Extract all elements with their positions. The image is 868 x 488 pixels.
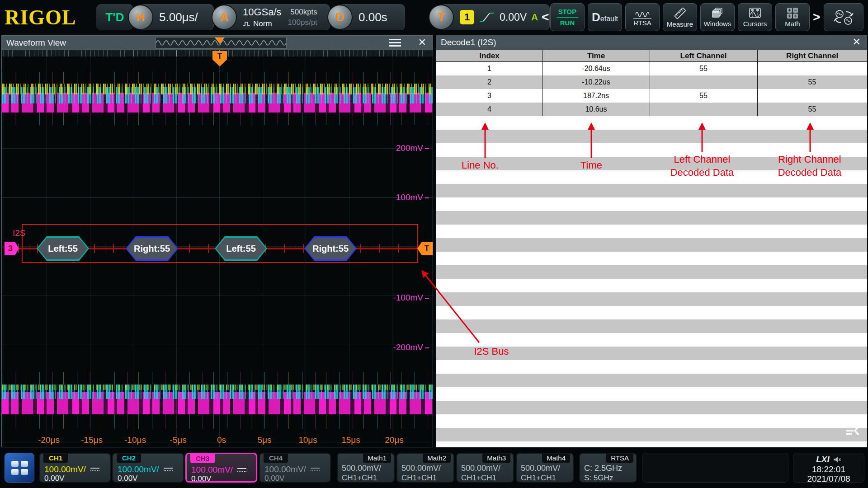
time-axis-label: 10μs [290,435,326,445]
i2s-decode-bubble: Right:55 [126,236,178,261]
cursors-label: Cursors [743,20,767,28]
app-launcher-button[interactable] [5,453,34,483]
windows-button[interactable]: Windows [700,3,735,31]
table-row: 410.6us 55 [436,103,867,116]
annotation-right-channel: Right Channel Decoded Data [758,153,862,179]
trigger-panel[interactable]: 1 0.00V A [440,4,550,30]
trace-spikes-top [2,72,433,84]
scale-label-100mv: 100mV [396,192,429,202]
acquire-knob[interactable]: A [212,5,237,30]
acquire-group: A 10GSa/s Norm 500kpts 100ps/pt [212,4,330,30]
ch2-offset: 0.00V [118,474,137,483]
decode-panel-header: Decode1 (I2S) ✕ [436,35,867,50]
horizontal-group: H 5.00μs/ [128,4,214,30]
acquire-panel[interactable]: 10GSa/s Norm 500kpts 100ps/pt [223,4,330,30]
default-button[interactable]: Default [588,3,622,31]
trigger-source-badge: 1 [460,10,474,24]
coupling-icon [164,467,173,472]
stop-label: STOP [558,8,577,15]
i2s-decode-bubble: Left:55 [215,236,267,261]
column-header-index: Index [436,52,542,61]
rtsa-button[interactable]: RTSA [625,3,660,31]
trigger-knob[interactable]: T [429,5,454,30]
default-label: Default [592,10,618,24]
waveform-close-icon[interactable]: ✕ [418,37,426,48]
annotation-line-no: Line No. [452,159,508,172]
scale-label-neg100mv: -100mV [393,293,429,303]
ch4-tab: CH4 [264,454,288,463]
i2s-source-channel-marker[interactable]: 3 [5,242,19,255]
time-axis-label: -20μs [31,435,67,445]
decode-table-header: Index Time Left Channel Right Channel [436,50,867,62]
math1-box[interactable]: Math1 500.00mV/ CH1+CH1 [337,453,395,483]
trace-band-bottom [2,385,433,414]
sync-views-button[interactable] [824,3,863,31]
i2s-decode-bubble: Left:55 [37,236,89,261]
bottom-status-bar: CH1 100.00mV/ 0.00V CH2 100.00mV/ 0.00V … [0,447,868,488]
column-divider [542,50,543,116]
decode-panel: Decode1 (I2S) ✕ Index Time Left Channel … [436,35,867,447]
math3-box[interactable]: Math3 500.00mV/ CH1+CH1 [456,453,514,483]
ch3-scale: 100.00mV/ [191,465,233,475]
ch3-offset: 0.00V [191,474,211,483]
horizontal-scale-value: 5.00μs/ [159,10,198,24]
channel-box-ch4[interactable]: CH4 100.00mV/ 0.00V [259,453,331,483]
i2s-bus-label: I2S [13,228,26,238]
cursors-icon [748,7,762,19]
sync-arrows-icon [833,8,854,26]
column-divider [757,50,758,116]
time-axis-label: -10μs [117,435,153,445]
clock-panel[interactable]: LXI 18:22:01 2021/07/08 [793,453,864,483]
column-header-left-channel: Left Channel [650,52,757,61]
windows-icon [711,7,724,19]
waveform-view-title: Waveform View [6,38,66,48]
waveform-canvas[interactable]: 200mV 100mV -100mV -200mV I2S 3 Left:55 … [2,56,433,447]
toolbar-scroll-left-icon[interactable]: < [542,10,549,24]
channel-box-ch1[interactable]: CH1 100.00mV/ 0.00V [39,453,111,483]
time-axis-label: -15μs [74,435,110,445]
rtsa-label: RTSA [633,18,651,27]
channel-box-ch3-selected[interactable]: CH3 100.00mV/ 0.00V [185,453,257,483]
windows-label: Windows [704,20,731,28]
delay-value: 0.00s [359,10,387,24]
waveform-menu-icon[interactable] [389,39,401,47]
math-icon [786,7,799,19]
rising-edge-icon [479,10,495,24]
grid-icon [11,461,28,475]
rtsa-tab: RTSA [606,454,633,463]
scale-label-200mv: 200mV [396,143,429,153]
channel-box-ch2[interactable]: CH2 100.00mV/ 0.00V [112,453,184,483]
delay-knob[interactable]: D [327,5,353,30]
rtsa-box[interactable]: RTSA C: 2.5GHz S: 5GHz [579,453,637,483]
horizontal-knob[interactable]: H [128,5,153,30]
coupling-icon [90,467,99,472]
cursors-button[interactable]: Cursors [738,3,772,31]
table-scroll-icon[interactable] [844,425,861,437]
measure-button[interactable]: Measure [663,3,697,31]
resolution-value: 100ps/pt [288,18,317,27]
math4-box[interactable]: Math4 500.00mV/ CH1+CH1 [516,453,574,483]
rtsa-wave-icon [635,8,650,17]
annotation-left-channel: Left Channel Decoded Data [650,153,754,179]
math-button[interactable]: Math [775,3,810,31]
waveform-preview-strip[interactable] [156,37,287,49]
i2s-decode-bubble: Right:55 [304,236,357,261]
rtsa-span: S: 5GHz [584,474,613,483]
ch2-tab: CH2 [117,454,141,463]
trace-spikes-bottom [2,414,433,429]
sample-rate-value: 10GSa/s [243,6,282,18]
trace-spikes-above-bottom [2,372,433,385]
lxi-logo: LXI [816,455,830,465]
math-label: Math [785,20,800,28]
preview-trigger-marker[interactable] [215,38,225,44]
ch1-scale: 100.00mV/ [44,465,86,474]
time-axis-label: 15μs [333,435,369,445]
column-header-right-channel: Right Channel [757,52,867,61]
math2-box[interactable]: Math2 500.00mV/ CH1+CH1 [396,453,454,483]
toolbar-scroll-right-icon[interactable]: > [813,10,820,24]
decode-close-icon[interactable]: ✕ [853,36,861,48]
table-row: 1-20.64us 55 [436,62,867,75]
run-label: RUN [557,17,578,27]
stop-run-button[interactable]: STOP RUN [550,3,585,31]
top-bar: RIGOL T'D H 5.00μs/ A 10GSa/s Norm [0,0,868,34]
